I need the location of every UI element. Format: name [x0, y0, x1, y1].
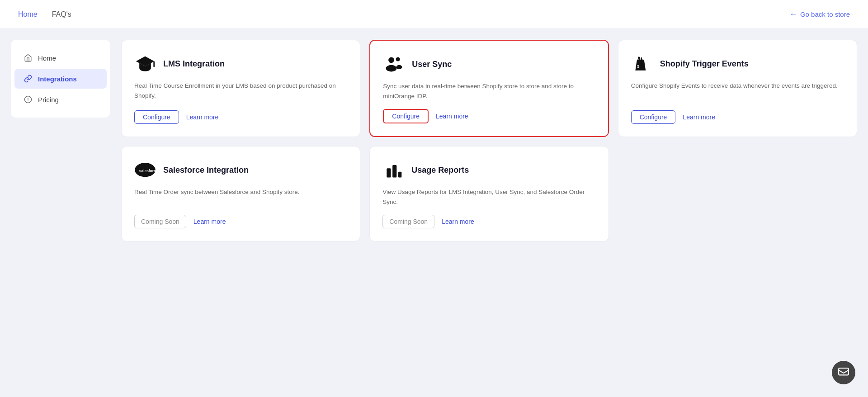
- card-user-sync-actions: Configure Learn more: [383, 109, 595, 123]
- card-shopify-header: S Shopify Trigger Events: [631, 53, 844, 75]
- nav-home-link[interactable]: Home: [18, 10, 38, 19]
- svg-point-7: [396, 57, 400, 61]
- sidebar-home-label: Home: [38, 54, 56, 62]
- shopify-configure-button[interactable]: Configure: [631, 110, 676, 124]
- salesforce-learn-more-link[interactable]: Learn more: [193, 218, 226, 225]
- user-sync-configure-button[interactable]: Configure: [383, 109, 429, 123]
- svg-rect-13: [392, 165, 396, 178]
- svg-marker-3: [136, 57, 154, 66]
- usage-learn-more-link[interactable]: Learn more: [442, 218, 474, 225]
- user-sync-learn-more-link[interactable]: Learn more: [436, 113, 468, 120]
- main-layout: Home Integrations Pricing: [0, 29, 868, 397]
- home-icon: [24, 53, 33, 62]
- message-fab-button[interactable]: [832, 361, 855, 384]
- shopify-learn-more-link[interactable]: Learn more: [683, 113, 715, 121]
- card-usage-description: View Usage Reports for LMS Integration, …: [382, 187, 595, 207]
- salesforce-coming-soon-button: Coming Soon: [134, 215, 186, 228]
- users-icon: [383, 53, 405, 75]
- card-shopify-description: Configure Shopify Events to receive data…: [631, 81, 844, 102]
- card-user-sync-header: User Sync: [383, 53, 595, 75]
- nav-faq-link[interactable]: FAQ's: [52, 10, 71, 19]
- graduation-cap-icon: [134, 53, 156, 75]
- sidebar-pricing-label: Pricing: [38, 96, 59, 104]
- sidebar-item-home[interactable]: Home: [14, 48, 107, 68]
- svg-rect-15: [839, 368, 849, 375]
- card-usage-title: Usage Reports: [411, 165, 469, 175]
- svg-rect-4: [153, 61, 155, 67]
- svg-point-6: [386, 65, 397, 72]
- card-lms-integration: LMS Integration Real Time Course Enrollm…: [121, 40, 360, 137]
- top-nav-left: Home FAQ's: [18, 10, 71, 19]
- svg-rect-14: [398, 172, 401, 178]
- top-navigation: Home FAQ's ← Go back to store: [0, 0, 868, 29]
- content-grid: LMS Integration Real Time Course Enrollm…: [121, 40, 857, 386]
- card-lms-actions: Configure Learn more: [134, 110, 347, 124]
- svg-text:S: S: [637, 65, 640, 69]
- card-user-sync-title: User Sync: [412, 60, 452, 69]
- card-usage-header: Usage Reports: [382, 159, 595, 181]
- svg-rect-12: [387, 169, 391, 178]
- shopify-icon: S: [631, 53, 653, 75]
- sidebar-integrations-label: Integrations: [38, 75, 77, 83]
- card-salesforce-description: Real Time Order sync between Salesforce …: [134, 187, 347, 207]
- card-user-sync: User Sync Sync user data in real-time be…: [369, 40, 609, 137]
- svg-point-8: [396, 65, 402, 69]
- pricing-icon: [24, 95, 33, 104]
- card-salesforce-actions: Coming Soon Learn more: [134, 215, 347, 228]
- card-lms-description: Real Time Course Enrollment in your LMS …: [134, 81, 347, 102]
- sidebar: Home Integrations Pricing: [11, 40, 110, 118]
- lms-configure-button[interactable]: Configure: [134, 110, 179, 124]
- card-shopify-trigger: S Shopify Trigger Events Configure Shopi…: [618, 40, 857, 137]
- svg-point-5: [388, 57, 394, 63]
- integrations-icon: [24, 74, 33, 83]
- card-user-sync-description: Sync user data in real-time between Shop…: [383, 81, 595, 101]
- card-shopify-actions: Configure Learn more: [631, 110, 844, 124]
- card-salesforce: salesforce Salesforce Integration Real T…: [121, 146, 360, 241]
- go-back-button[interactable]: ← Go back to store: [789, 9, 850, 19]
- salesforce-icon: salesforce: [134, 159, 156, 181]
- go-back-label: Go back to store: [800, 10, 850, 18]
- card-usage-actions: Coming Soon Learn more: [382, 215, 595, 228]
- card-salesforce-header: salesforce Salesforce Integration: [134, 159, 347, 181]
- sidebar-item-integrations[interactable]: Integrations: [14, 69, 107, 89]
- go-back-arrow-icon: ←: [789, 9, 797, 19]
- card-shopify-title: Shopify Trigger Events: [660, 59, 749, 69]
- usage-coming-soon-button: Coming Soon: [382, 215, 434, 228]
- card-lms-title: LMS Integration: [163, 59, 225, 69]
- bar-chart-icon: [382, 159, 404, 181]
- card-usage-reports: Usage Reports View Usage Reports for LMS…: [369, 146, 609, 241]
- card-lms-header: LMS Integration: [134, 53, 347, 75]
- lms-learn-more-link[interactable]: Learn more: [186, 113, 219, 121]
- svg-text:salesforce: salesforce: [139, 169, 156, 173]
- card-salesforce-title: Salesforce Integration: [163, 165, 249, 175]
- sidebar-item-pricing[interactable]: Pricing: [14, 90, 107, 109]
- message-icon: [838, 367, 849, 378]
